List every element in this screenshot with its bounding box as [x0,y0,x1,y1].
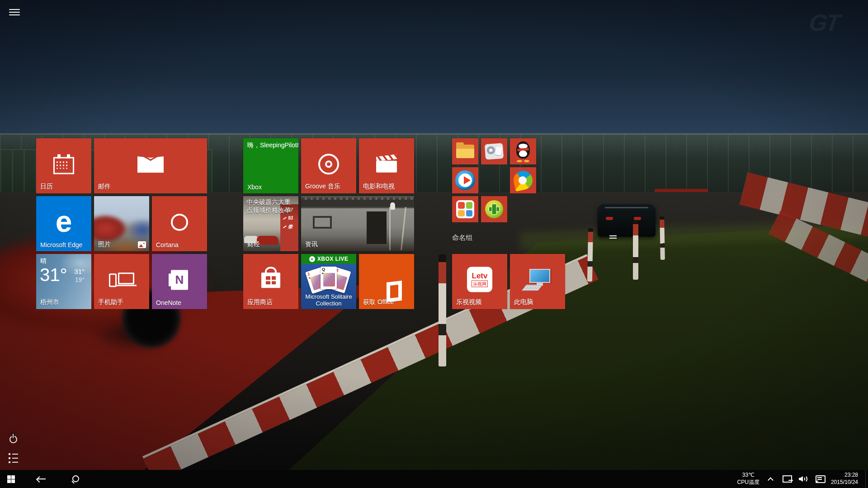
tile-label: 照片 [98,240,111,249]
tile-store[interactable]: 应用商店 [243,254,298,309]
tile-label: Microsoft Edge [40,241,82,249]
tile-label: Microsoft Solitaire Collection [301,294,356,307]
finance-headline: 中央破题六大重点领域价格改革 [246,198,296,215]
tile-mail[interactable]: 邮件 [94,138,207,193]
volume-button[interactable] [796,470,811,488]
hamburger-menu-icon[interactable] [6,5,23,19]
green-cross-icon [485,200,503,218]
tile-label: 财经 [247,240,260,249]
onenote-icon: N [171,270,188,290]
tile-label: 日历 [40,183,53,191]
tile-label: 乐视视频 [456,298,481,306]
tile-file-explorer[interactable] [452,138,478,164]
action-center-icon [816,475,824,483]
xbox-live-banner: x XBOX LIVE [301,254,356,264]
windows-logo-icon [7,475,15,483]
tile-label: 邮件 [98,183,111,191]
xbox-live-icon: x [309,256,315,262]
tile-xbox[interactable]: 嗨，SleepingPilot8 Xbox [243,138,298,193]
group-name-label: 命名组 [452,234,472,242]
sogou-swirl-icon [512,169,534,192]
all-apps-button[interactable] [5,451,21,465]
format-factory-icon [485,143,504,160]
cpu-temperature-readout[interactable]: 33℃ CPU温度 [735,472,762,486]
tile-label: OneNote [156,299,181,306]
tile-calendar[interactable]: 日历 [36,138,91,193]
tile-letv-video[interactable]: Letv 乐视网 乐视视频 [452,254,507,309]
tile-app-grid[interactable] [452,196,478,222]
tile-solitaire[interactable]: x XBOX LIVE J♥ K♦ Q♠ Microsoft Solitaire… [301,254,356,309]
clock-time: 23:28 [831,472,858,479]
letv-logo: Letv 乐视网 [467,267,492,292]
wallpaper-post [633,220,638,280]
mail-icon [137,156,164,173]
search-icon [71,475,79,483]
cortana-icon [171,214,188,231]
tile-label: 获取 Office [363,298,394,306]
tile-label: 资讯 [305,240,318,249]
start-button[interactable] [0,470,22,488]
weather-temperature: 31° [40,265,67,285]
tile-movies-tv[interactable]: 电影和电视 [359,138,414,193]
tile-microsoft-edge[interactable]: e Microsoft Edge [36,196,91,251]
xbox-greeting: 嗨，SleepingPilot8 [247,141,298,150]
tile-get-office[interactable]: 获取 Office [359,254,414,309]
edge-icon: e [56,206,72,236]
tile-finance[interactable]: 97 93 柴 中央破题六大重点领域价格改革 财经 [243,196,298,251]
weather-condition: 晴 [40,257,47,265]
qq-penguin-icon [515,141,531,161]
tile-label: 手机助手 [98,298,123,306]
tile-news[interactable]: 资讯 [301,196,414,251]
tile-weather[interactable]: 晴 31° 31° 19° 梧州市 [36,254,91,309]
movies-tv-icon [376,155,397,174]
tile-photos[interactable]: 照片 [94,196,149,251]
computer-monitor-icon [524,269,551,291]
search-button[interactable] [61,470,89,488]
back-button[interactable] [28,470,55,488]
wallpaper-post [439,254,446,366]
show-desktop-strip[interactable] [865,470,868,488]
folder-icon [456,145,474,158]
power-icon [9,436,17,443]
tile-cortana[interactable]: Cortana [152,196,207,251]
store-icon [261,272,280,288]
action-center-button[interactable] [812,470,827,488]
chevron-up-icon [768,477,774,483]
tile-360-safety[interactable] [481,196,507,222]
playing-card: Q♠ [321,267,337,289]
tile-this-pc[interactable]: 此电脑 [510,254,565,309]
group-drag-handle-icon[interactable] [609,235,617,239]
power-button[interactable] [5,432,21,446]
tile-label: 电影和电视 [363,183,395,191]
all-apps-icon [9,453,18,463]
tile-onenote[interactable]: N OneNote [152,254,207,309]
play-circle-icon [455,170,475,190]
phone-companion-icon [109,272,134,288]
tile-sogou-browser[interactable] [510,167,536,193]
tile-format-factory[interactable] [481,138,507,164]
tile-label: Xbox [247,183,262,191]
tile-video-player[interactable] [452,167,478,193]
tile-phone-companion[interactable]: 手机助手 [94,254,149,309]
back-arrow-icon [37,476,46,482]
tile-qq[interactable] [510,138,536,164]
wallpaper-post [660,216,665,260]
weather-low: 19° [75,276,85,283]
tray-overflow-button[interactable] [763,470,778,488]
weather-city: 梧州市 [40,298,59,306]
photos-app-icon [138,241,146,248]
color-grid-icon [456,200,474,218]
tile-label: 应用商店 [247,298,273,306]
gran-turismo-watermark: GT [807,9,840,36]
clock[interactable]: 23:28 2015/10/24 [828,472,863,486]
tile-groove-music[interactable]: Groove 音乐 [301,138,356,193]
network-button[interactable] [779,470,795,488]
tile-label: Groove 音乐 [305,183,340,191]
taskbar: 33℃ CPU温度 23:28 2015/10/24 [0,470,868,488]
tile-label: Cortana [156,241,179,249]
tile-label: 此电脑 [514,298,533,306]
volume-icon [799,475,808,483]
calendar-icon [53,154,74,174]
clock-date: 2015/10/24 [831,479,858,486]
group-name-header[interactable]: 命名组 [452,231,624,244]
